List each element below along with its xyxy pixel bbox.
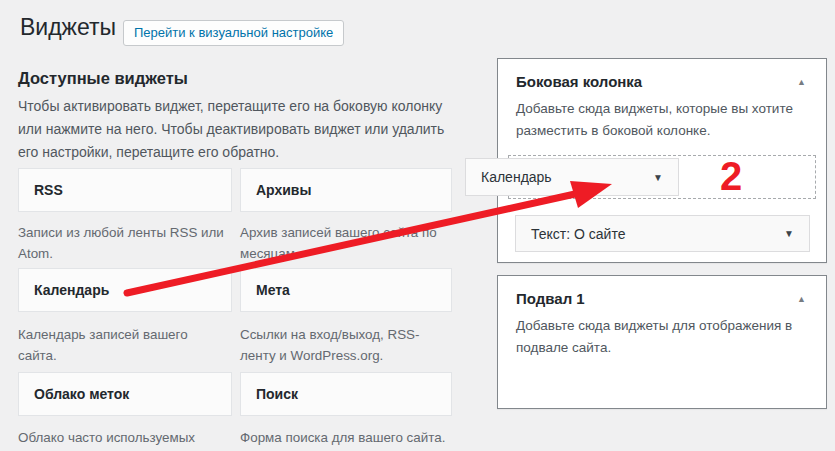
dragged-widget-calendar[interactable]: Календарь ▼	[465, 158, 679, 196]
widget-description: Облако часто используемых	[18, 427, 224, 448]
widget-box-rss[interactable]: RSS	[18, 168, 232, 212]
widget-box-calendar[interactable]: Календарь	[18, 268, 232, 312]
widget-description: Форма поиска для вашего сайта.	[240, 427, 446, 448]
widget-box-tag-cloud[interactable]: Облако меток	[18, 372, 232, 416]
widget-text-about-site[interactable]: Текст: О сайте ▼	[515, 215, 810, 252]
dropdown-arrow-icon[interactable]: ▼	[653, 172, 663, 183]
widget-description: Записи из любой ленты RSS или Atom.	[18, 222, 224, 264]
widgets-admin-page: Виджеты Перейти к визуальной настройке Д…	[0, 0, 835, 451]
dragged-widget-title: Календарь	[481, 169, 552, 185]
collapse-arrow-icon[interactable]: ▲	[795, 74, 808, 90]
widget-name: Облако меток	[34, 386, 129, 402]
widget-name: Мета	[256, 282, 290, 298]
visual-settings-button[interactable]: Перейти к визуальной настройке	[123, 20, 344, 46]
footer-panel-header: Подвал 1 ▲	[498, 276, 826, 307]
widget-title: Текст: О сайте	[531, 226, 625, 242]
footer-panel: Подвал 1 ▲ Добавьте сюда виджеты для ото…	[497, 275, 827, 409]
sidebar-panel-title: Боковая колонка	[516, 73, 642, 90]
available-widgets-description: Чтобы активировать виджет, перетащите ег…	[18, 95, 452, 164]
page-title: Виджеты	[20, 13, 116, 42]
sidebar-panel-header: Боковая колонка ▲	[498, 59, 826, 90]
widget-description: Календарь записей вашего сайта.	[18, 324, 224, 366]
widget-name: RSS	[34, 182, 63, 198]
widget-box-meta[interactable]: Мета	[240, 268, 452, 312]
widget-name: Архивы	[256, 182, 311, 198]
sidebar-panel-description: Добавьте сюда виджеты, которые вы хотите…	[498, 90, 826, 142]
widget-box-search[interactable]: Поиск	[240, 372, 452, 416]
footer-panel-description: Добавьте сюда виджеты для отображения в …	[498, 307, 826, 359]
widget-box-archives[interactable]: Архивы	[240, 168, 452, 212]
available-widgets-heading: Доступные виджеты	[18, 69, 188, 88]
widget-name: Календарь	[34, 282, 109, 298]
widget-name: Поиск	[256, 386, 298, 402]
widget-description: Архив записей вашего сайта по месяцам.	[240, 222, 446, 264]
widget-description: Ссылки на вход/выход, RSS-ленту и WordPr…	[240, 324, 446, 366]
step-number-annotation: 2	[703, 153, 759, 199]
dropdown-arrow-icon[interactable]: ▼	[784, 228, 794, 239]
footer-panel-title: Подвал 1	[516, 290, 585, 307]
collapse-arrow-icon[interactable]: ▲	[795, 291, 808, 307]
